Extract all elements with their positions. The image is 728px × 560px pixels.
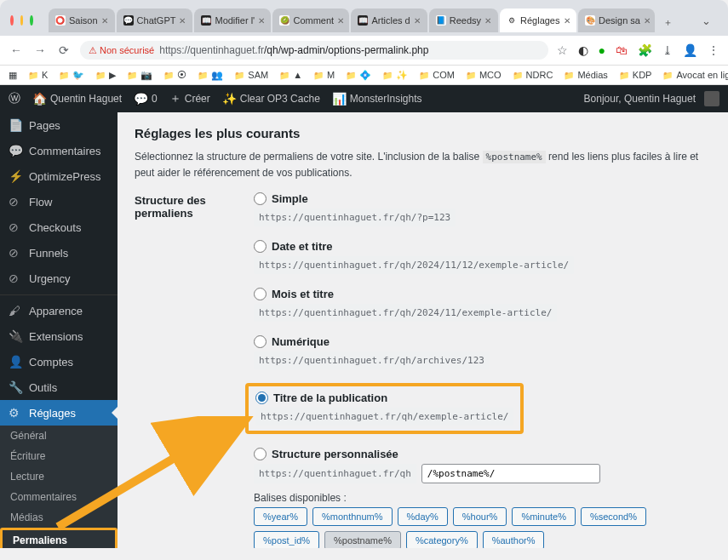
browser-tab[interactable]: 📖Modifier l'✕ (194, 9, 271, 32)
radio-input[interactable] (254, 335, 267, 348)
back-button[interactable]: ← (9, 43, 24, 57)
radio-label[interactable]: Numérique (254, 335, 711, 348)
howdy[interactable]: Bonjour, Quentin Haguet (584, 91, 719, 106)
sidebar-item-pages[interactable]: 📄Pages (0, 112, 118, 138)
new-tab-button[interactable]: ＋ (656, 13, 679, 32)
radio-input[interactable] (254, 192, 267, 205)
wp-content: Réglages les plus courants Sélectionnez … (118, 112, 728, 548)
clear-cache-button[interactable]: ✨Clear OP3 Cache (222, 92, 320, 106)
tab-close-icon[interactable]: ✕ (258, 16, 265, 26)
new-button[interactable]: ＋Créer (169, 91, 210, 106)
radio-input[interactable] (255, 391, 268, 404)
extensions-icon[interactable]: 🧩 (638, 43, 652, 57)
tab-close-icon[interactable]: ✕ (484, 16, 491, 26)
sidebar-item-extensions[interactable]: 🔌Extensions (0, 323, 118, 349)
monsterinsights-button[interactable]: 📊MonsterInsights (332, 92, 422, 106)
browser-tab[interactable]: ⭕Saison✕ (49, 9, 115, 32)
sidebar-item-checkouts[interactable]: ⊘Checkouts (0, 214, 118, 240)
tab-close-icon[interactable]: ✕ (414, 16, 421, 26)
radio-label[interactable]: Structure personnalisée (254, 448, 711, 460)
bookmark-item[interactable]: 📁🐦 (58, 69, 84, 81)
star-icon[interactable]: ☆ (557, 43, 568, 57)
ext-icon[interactable]: ◐ (578, 43, 588, 57)
tag-button[interactable]: %hour% (453, 507, 507, 526)
download-icon[interactable]: ⤓ (662, 43, 673, 57)
tag-button[interactable]: %year% (254, 507, 307, 526)
tab-dropdown-icon[interactable]: ⌄ (695, 11, 718, 31)
sidebar-item-commentaires[interactable]: 💬Commentaires (0, 138, 118, 163)
bookmark-item[interactable]: 📁KDP (618, 69, 652, 81)
radio-label[interactable]: Mois et titre (254, 288, 711, 300)
reload-button[interactable]: ⟳ (56, 43, 72, 57)
sidebar-item-flow[interactable]: ⊘Flow (0, 189, 118, 214)
submenu-général[interactable]: Général (0, 426, 118, 446)
radio-input[interactable] (254, 448, 267, 460)
browser-tab[interactable]: 🎨Design sa✕ (578, 9, 655, 32)
bookmark-item[interactable]: 📁▶ (95, 69, 116, 81)
tag-button[interactable]: %postname% (324, 531, 401, 549)
tab-close-icon[interactable]: ✕ (644, 16, 651, 26)
sidebar-item-optimizepress[interactable]: ⚡OptimizePress (0, 163, 118, 189)
browser-tab[interactable]: 💬ChatGPT✕ (117, 9, 193, 32)
bookmark-item[interactable]: 📁Avocat en ligne (662, 69, 728, 81)
sidebar-item-funnels[interactable]: ⊘Funnels (0, 240, 118, 266)
sidebar-item-urgency[interactable]: ⊘Urgency (0, 266, 118, 291)
submenu-lecture[interactable]: Lecture (0, 466, 118, 487)
bookmark-item[interactable]: 📁⦿ (163, 69, 186, 81)
submenu-médias[interactable]: Médias (0, 507, 118, 528)
forward-button[interactable]: → (32, 43, 48, 57)
ext-icon-3[interactable]: 🛍 (616, 43, 628, 57)
tab-close-icon[interactable]: ✕ (337, 16, 344, 26)
maximize-window-icon[interactable] (30, 15, 33, 26)
tab-close-icon[interactable]: ✕ (179, 16, 186, 26)
tag-button[interactable]: %monthnum% (312, 507, 393, 526)
apps-icon[interactable]: ▦ (9, 70, 17, 81)
tag-button[interactable]: %category% (406, 531, 478, 549)
bookmark-item[interactable]: 📁✨ (381, 69, 408, 81)
browser-tab[interactable]: 📖Articles d✕ (351, 9, 427, 32)
sidebar-item-réglages[interactable]: ⚙Réglages (0, 400, 118, 426)
browser-tab[interactable]: 📘Reedsy✕ (429, 9, 498, 32)
site-name[interactable]: 🏠Quentin Haguet (32, 92, 122, 106)
bookmark-item[interactable]: 📁💠 (345, 69, 371, 81)
bookmark-item[interactable]: 📁M (312, 69, 335, 81)
bookmark-item[interactable]: 📁Médias (563, 69, 607, 81)
minimize-window-icon[interactable] (20, 15, 24, 26)
radio-label[interactable]: Simple (254, 192, 711, 205)
browser-tab[interactable]: ⚙Réglages✕ (500, 9, 576, 32)
close-window-icon[interactable] (10, 15, 14, 26)
radio-input[interactable] (254, 240, 267, 253)
ext-icon-2[interactable]: ● (599, 43, 605, 57)
radio-input[interactable] (254, 288, 267, 300)
submenu-permaliens[interactable]: Permaliens (0, 528, 118, 548)
radio-label[interactable]: Date et titre (254, 240, 711, 253)
tab-close-icon[interactable]: ✕ (101, 16, 108, 26)
bookmark-item[interactable]: 📁NDRC (512, 69, 553, 81)
bookmark-item[interactable]: 📁▲ (278, 69, 302, 81)
bookmark-item[interactable]: 📁COM (418, 69, 455, 81)
sidebar-item-comptes[interactable]: 👤Comptes (0, 349, 118, 374)
comments-count[interactable]: 💬0 (134, 92, 158, 106)
tag-button[interactable]: %post_id% (254, 531, 319, 549)
radio-label[interactable]: Titre de la publication (255, 391, 513, 404)
wp-logo[interactable]: ⓦ (9, 91, 20, 106)
menu-icon[interactable]: ⋮ (708, 43, 719, 57)
tag-button[interactable]: %second% (581, 507, 646, 526)
tag-button[interactable]: %minute% (512, 507, 576, 526)
profile-icon[interactable]: 👤 (683, 43, 697, 57)
bookmark-item[interactable]: 📁👥 (197, 69, 223, 81)
tag-button[interactable]: %author% (483, 531, 545, 549)
bookmark-item[interactable]: 📁MCO (465, 69, 502, 81)
browser-tab[interactable]: 🥝Comment✕ (272, 9, 349, 32)
sidebar-item-apparence[interactable]: 🖌Apparence (0, 294, 118, 323)
url-input[interactable]: ⚠ Non sécurisé https://quentinhaguet.fr/… (80, 41, 548, 60)
sidebar-item-outils[interactable]: 🔧Outils (0, 374, 118, 400)
custom-structure-input[interactable] (421, 464, 600, 483)
bookmark-item[interactable]: 📁K (27, 69, 48, 81)
submenu-écriture[interactable]: Écriture (0, 446, 118, 466)
submenu-commentaires[interactable]: Commentaires (0, 487, 118, 507)
tab-close-icon[interactable]: ✕ (564, 16, 570, 26)
bookmark-item[interactable]: 📁📷 (126, 69, 152, 81)
tag-button[interactable]: %day% (398, 507, 448, 526)
bookmark-item[interactable]: 📁SAM (233, 69, 268, 81)
